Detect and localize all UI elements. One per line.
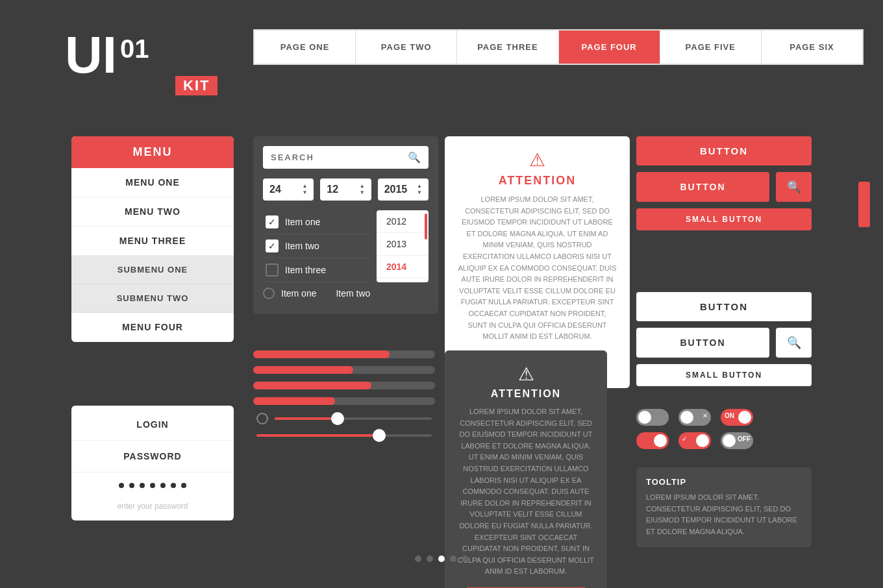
toggle-2[interactable]: ✕ [678, 409, 711, 426]
day-up[interactable]: ▲ [302, 184, 307, 189]
progress-bar-4 [253, 397, 435, 405]
attention-text-dark: LOREM IPSUM DOLOR SIT AMET, CONSECTETUR … [458, 406, 594, 578]
toggle-knob-4 [654, 434, 667, 447]
check-label-2: Item two [285, 241, 319, 251]
day-box[interactable]: 24 ▲ ▼ [263, 178, 314, 201]
day-spinners[interactable]: ▲ ▼ [302, 184, 307, 195]
month-spinners[interactable]: ▲ ▼ [360, 184, 365, 195]
attention-text-white: LOREM IPSUM DOLOR SIT AMET, CONSECTETUR … [458, 194, 617, 343]
nav-page-one[interactable]: PAGE ONE [255, 31, 356, 64]
dot-3 [140, 483, 145, 488]
nav-page-five[interactable]: PAGE FIVE [660, 31, 762, 64]
toggle-row-1: ✕ ON [636, 409, 812, 426]
toggle-6[interactable]: OFF [721, 432, 753, 449]
submenu-item-one[interactable]: SUBMENU ONE [71, 256, 234, 284]
check-item-2[interactable]: ✓ Item two [263, 234, 370, 258]
btn-half-red-1[interactable]: BUTTON [636, 172, 769, 202]
date-time-row: 24 ▲ ▼ 12 ▲ ▼ 2015 ▲ ▼ [263, 178, 429, 201]
toggle-4[interactable] [636, 432, 669, 449]
slider-fill-2 [256, 434, 379, 437]
btn-small-red-1[interactable]: SMALL BUTTON [636, 208, 812, 230]
attention-title-white: ATTENTION [458, 174, 617, 188]
btn-search-icon-white[interactable]: 🔍 [776, 328, 812, 358]
progress-bar-1 [253, 350, 435, 358]
day-down[interactable]: ▼ [302, 190, 307, 195]
login-widget: LOGIN PASSWORD enter your password [71, 406, 234, 521]
month-value: 12 [327, 184, 338, 195]
toggles-section: ✕ ON ✓ OFF [636, 409, 812, 456]
btn-half-white-1[interactable]: BUTTON [636, 328, 769, 358]
month-down[interactable]: ▼ [360, 190, 365, 195]
year-box[interactable]: 2015 ▲ ▼ [378, 178, 429, 201]
menu-item-two[interactable]: MENU TWO [71, 197, 234, 227]
page-dot-3[interactable] [438, 556, 445, 562]
tooltip-box: TOOLTIP LOREM IPSUM DOLOR SIT AMET, CONS… [636, 467, 812, 547]
page-dot-5[interactable] [462, 556, 468, 562]
check-item-3[interactable]: Item three [263, 258, 370, 282]
btn-full-red-1[interactable]: BUTTON [636, 136, 812, 165]
nav-page-six[interactable]: PAGE SIX [762, 31, 862, 64]
search-widget: 🔍 24 ▲ ▼ 12 ▲ ▼ 2015 ▲ ▼ [253, 136, 438, 314]
nav-page-four[interactable]: PAGE FOUR [559, 31, 660, 64]
year-spinners[interactable]: ▲ ▼ [417, 184, 422, 195]
toggle-knob-5 [696, 434, 709, 447]
menu-item-three[interactable]: MENU THREE [71, 227, 234, 256]
submenu-item-two[interactable]: SUBMENU TWO [71, 284, 234, 313]
month-box[interactable]: 12 ▲ ▼ [320, 178, 371, 201]
nav-page-two[interactable]: PAGE TWO [356, 31, 457, 64]
slider-thumb-2[interactable] [373, 429, 386, 442]
search-icon-white: 🔍 [787, 336, 801, 350]
toggle-1[interactable] [636, 409, 669, 426]
side-accent-bar [858, 182, 870, 227]
slider-icon-1 [256, 413, 268, 424]
progress-fill-4 [253, 397, 335, 405]
progress-bar-2 [253, 366, 435, 374]
year-2012[interactable]: 2012 [377, 210, 429, 233]
year-down[interactable]: ▼ [417, 190, 422, 195]
btn-row-red: BUTTON 🔍 [636, 172, 812, 202]
check-item-1[interactable]: ✓ Item one [263, 210, 370, 234]
login-label: LOGIN [84, 419, 221, 430]
menu-item-four[interactable]: MENU FOUR [71, 313, 234, 342]
nav-page-three[interactable]: PAGE THREE [457, 31, 558, 64]
password-label: PASSWORD [84, 451, 221, 461]
search-bar[interactable]: 🔍 [263, 146, 429, 169]
progress-fill-1 [253, 350, 390, 358]
toggle-3[interactable]: ON [721, 409, 753, 426]
dot-1 [119, 483, 124, 488]
checkmark-1[interactable]: ✓ [266, 215, 279, 228]
radio-row: Item one Item two [263, 282, 429, 304]
search-input[interactable] [271, 153, 408, 162]
dot-2 [129, 483, 134, 488]
toggle-knob-2 [680, 411, 693, 424]
toggle-5[interactable]: ✓ [678, 432, 711, 449]
year-2013[interactable]: 2013 [377, 233, 429, 256]
btn-full-white-1[interactable]: BUTTON [636, 292, 812, 321]
password-field: PASSWORD [71, 441, 234, 472]
menu-item-one[interactable]: MENU ONE [71, 168, 234, 197]
btn-small-white-1[interactable]: SMALL BUTTON [636, 364, 812, 386]
page-dot-4[interactable] [450, 556, 456, 562]
dot-4 [150, 483, 155, 488]
page-dot-1[interactable] [415, 556, 421, 562]
checkmark-3[interactable] [266, 263, 279, 276]
slider-track-2[interactable] [256, 434, 432, 437]
menu-widget: MENU MENU ONE MENU TWO MENU THREE SUBMEN… [71, 136, 234, 342]
toggle-knob-6 [723, 434, 736, 447]
slider-track-1[interactable] [275, 417, 432, 420]
slider-row-1 [253, 413, 435, 424]
progress-section [253, 350, 435, 447]
progress-fill-3 [253, 382, 371, 389]
btn-search-icon-red[interactable]: 🔍 [776, 172, 812, 202]
toggle-check-label: ✓ [682, 435, 687, 443]
year-up[interactable]: ▲ [417, 184, 422, 189]
page-dot-2[interactable] [427, 556, 433, 562]
radio-circle-1[interactable] [263, 288, 275, 299]
radio-label-2: Item two [336, 288, 370, 299]
month-up[interactable]: ▲ [360, 184, 365, 189]
pagination-dots [415, 556, 468, 562]
btn-row-white: BUTTON 🔍 [636, 328, 812, 358]
slider-thumb-1[interactable] [331, 412, 344, 425]
year-2014[interactable]: 2014 [377, 256, 429, 278]
checkmark-2[interactable]: ✓ [266, 239, 279, 252]
